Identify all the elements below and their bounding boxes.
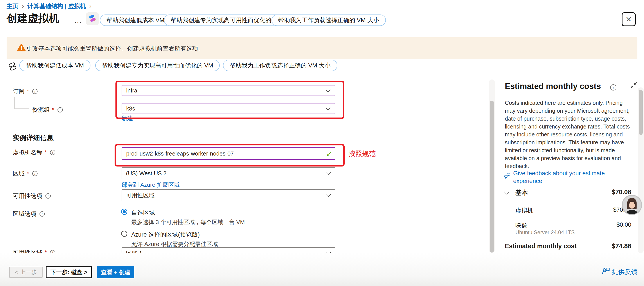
subscription-label-text: 订阅	[13, 87, 24, 95]
radio-self-select-zones-label: 自选区域	[131, 209, 155, 217]
collapse-panel-icon[interactable]	[630, 82, 638, 90]
assist-high-availability-vm-button[interactable]: 帮助我创建专为实现高可用性而优化的 VM	[164, 15, 288, 26]
cost-group-basic-value: $70.08	[562, 188, 631, 196]
availability-options-label-text: 可用性选项	[13, 192, 42, 200]
more-options-icon[interactable]: …	[74, 16, 82, 25]
next-disks-button[interactable]: 下一步: 磁盘 >	[46, 266, 92, 278]
breadcrumb-separator: ›	[89, 3, 91, 10]
required-asterisk: *	[52, 107, 54, 113]
chevron-down-icon	[326, 192, 331, 197]
cost-total-value: $74.88	[562, 242, 631, 250]
chevron-down-icon	[326, 87, 331, 93]
feedback-bubbles-icon	[504, 172, 512, 181]
availability-options-value: 可用性区域	[122, 192, 154, 199]
zone-options-label-text: 区域选项	[13, 210, 36, 218]
resource-group-label-text: 资源组	[32, 106, 50, 114]
tree-connector	[14, 97, 15, 109]
cost-item-vm-label: 虚拟机	[516, 206, 533, 214]
breadcrumb-separator: ›	[22, 3, 24, 10]
copilot-outline-icon	[8, 62, 17, 72]
vm-name-label: 虚拟机名称 * i	[13, 148, 55, 156]
warning-icon	[17, 44, 26, 53]
chevron-down-icon	[326, 105, 331, 111]
cost-item-vm-value: $70.08	[562, 206, 631, 213]
info-icon[interactable]: i	[50, 150, 55, 155]
required-asterisk: *	[27, 170, 29, 177]
resource-group-dropdown[interactable]: k8s	[122, 103, 336, 114]
close-icon: ✕	[626, 15, 632, 24]
breadcrumb: 主页 › 计算基础结构 | 虚拟机 ›	[6, 2, 91, 10]
assist-high-availability-vm-button-2[interactable]: 帮助我创建专为实现高可用性而优化的 VM	[95, 60, 220, 71]
annotation-note: 按照规范	[348, 149, 376, 158]
subscription-label: 订阅 * i	[13, 87, 38, 95]
main-scrollbar-thumb[interactable]	[490, 101, 494, 253]
region-label-text: 区域	[13, 170, 24, 177]
breadcrumb-home-link[interactable]: 主页	[6, 2, 18, 10]
region-dropdown[interactable]: (US) West US 2	[122, 167, 336, 179]
give-feedback-link[interactable]: 提供反馈	[612, 267, 638, 276]
availability-options-label: 可用性选项 i	[13, 192, 51, 200]
radio-azure-selected-zones-label: Azure 选择的区域(预览版)	[131, 231, 200, 238]
info-icon[interactable]: i	[32, 89, 38, 94]
panel-divider	[496, 80, 496, 253]
warning-text: 更改基本选项可能会重置所做的选择。创建虚拟机前查看所有选项。	[26, 45, 204, 53]
radio-azure-selected-zones-desc: 允许 Azure 根据需要分配最佳区域	[131, 240, 218, 248]
info-icon[interactable]: i	[40, 211, 45, 217]
vm-name-input[interactable]	[122, 147, 336, 160]
close-button[interactable]: ✕	[622, 12, 636, 26]
cost-panel-title: Estimated monthly costs	[505, 82, 601, 91]
cost-item-image-label: 映像	[516, 221, 527, 229]
info-icon[interactable]: i	[46, 193, 51, 199]
warning-banner: 更改基本选项可能会重置所做的选择。创建虚拟机前查看所有选项。	[6, 37, 638, 59]
create-new-resource-group-link[interactable]: 新建	[122, 114, 133, 122]
info-icon[interactable]: i	[58, 107, 63, 112]
assist-vm-size-button[interactable]: 帮助我为工作负载选择正确的 VM 大小	[272, 15, 386, 26]
cost-item-image-sub: Ubuntu Server 24.04 LTS	[516, 229, 575, 235]
cost-group-basic-label: 基本	[516, 188, 528, 197]
region-label: 区域 * i	[13, 170, 38, 177]
footer-bar: < 上一步 下一步: 磁盘 > 查看 + 创建 提供反馈	[0, 253, 644, 286]
panel-scrollbar-thumb[interactable]	[639, 90, 643, 135]
cost-total-divider	[498, 238, 639, 238]
previous-button[interactable]: < 上一步	[9, 267, 42, 278]
cost-panel-disclaimer: Costs indicated here are estimates only.…	[505, 99, 633, 170]
info-icon[interactable]: i	[32, 171, 38, 176]
resource-group-label: 资源组 * i	[32, 106, 63, 114]
estimate-feedback-link[interactable]: Give feedback about your estimate experi…	[513, 170, 635, 185]
subscription-dropdown[interactable]: infra	[122, 85, 336, 96]
assist-low-cost-vm-button-2[interactable]: 帮助我创建低成本 VM	[19, 60, 90, 71]
radio-azure-selected-zones[interactable]	[121, 231, 127, 237]
tree-connector	[14, 109, 29, 109]
region-value: (US) West US 2	[122, 170, 166, 177]
required-asterisk: *	[27, 88, 29, 95]
vm-name-label-text: 虚拟机名称	[13, 148, 42, 156]
copilot-logo-icon	[88, 14, 97, 24]
radio-self-select-zones[interactable]	[121, 209, 127, 215]
feedback-person-icon	[602, 267, 610, 275]
review-create-button[interactable]: 查看 + 创建	[97, 266, 134, 278]
availability-options-dropdown[interactable]: 可用性区域	[122, 189, 336, 201]
instance-details-section-title: 实例详细信息	[13, 133, 54, 143]
page-title: 创建虚拟机	[6, 12, 59, 26]
chevron-down-icon	[326, 170, 331, 175]
subscription-value: infra	[122, 87, 138, 94]
resource-group-value: k8s	[122, 105, 135, 112]
assist-low-cost-vm-button[interactable]: 帮助我创建低成本 VM	[100, 15, 171, 26]
radio-self-select-zones-desc: 最多选择 3 个可用性区域，每个区域一台 VM	[131, 218, 245, 226]
valid-check-icon: ✓	[326, 150, 332, 159]
breadcrumb-vm-link[interactable]: 计算基础结构 | 虚拟机	[28, 2, 86, 10]
create-vm-blade: 主页 › 计算基础结构 | 虚拟机 › 创建虚拟机 … 帮助我创建低成本	[0, 0, 644, 286]
chevron-down-icon[interactable]	[504, 190, 509, 195]
copilot-button[interactable]	[86, 12, 99, 25]
zone-options-label: 区域选项 i	[13, 210, 45, 218]
info-icon[interactable]: i	[610, 84, 616, 91]
required-asterisk: *	[44, 149, 47, 156]
deploy-edge-zone-link[interactable]: 部署到 Azure 扩展区域	[122, 181, 180, 189]
assist-vm-size-button-2[interactable]: 帮助我为工作负载选择正确的 VM 大小	[223, 60, 337, 71]
cost-item-image-value: $0.00	[562, 221, 631, 228]
assistant-avatar[interactable]	[622, 195, 642, 215]
